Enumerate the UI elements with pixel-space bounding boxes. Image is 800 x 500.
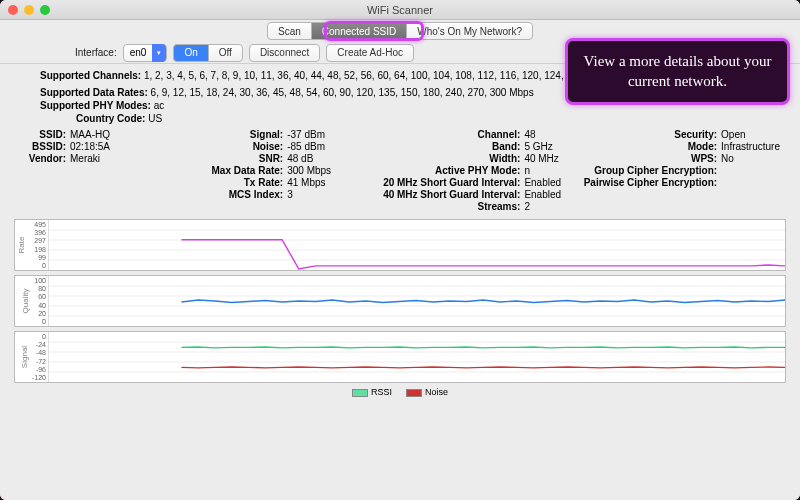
- interface-label: Interface:: [75, 47, 117, 58]
- details-col-ssid: SSID:MAA-HQ BSSID:02:18:5A Vendor:Meraki: [20, 128, 192, 213]
- tab-whos-on-network[interactable]: Who's On My Network?: [406, 22, 533, 40]
- chevron-updown-icon: ▾: [152, 44, 166, 62]
- create-adhoc-button[interactable]: Create Ad-Hoc: [326, 44, 414, 62]
- chart-legend: RSSI Noise: [14, 387, 786, 397]
- signal-plot: [49, 332, 785, 382]
- country-code-row: Country Code: US: [14, 113, 786, 124]
- tab-scan[interactable]: Scan: [267, 22, 312, 40]
- chart-signal: Signal 0-24-48-72-96-120: [14, 331, 786, 383]
- quality-plot: [49, 276, 785, 326]
- details-col-channel: Channel:48 Band:5 GHz Width:40 MHz Activ…: [364, 128, 561, 213]
- details-grid: SSID:MAA-HQ BSSID:02:18:5A Vendor:Meraki…: [14, 128, 786, 213]
- interface-value: en0: [130, 47, 147, 58]
- details-col-signal: Signal:-37 dBm Noise:-85 dBm SNR:48 dB M…: [192, 128, 364, 213]
- legend-noise: Noise: [406, 387, 448, 397]
- rate-plot: [49, 220, 785, 270]
- titlebar: WiFi Scanner: [0, 0, 800, 20]
- tab-connected-ssid[interactable]: Connected SSID: [311, 22, 408, 40]
- charts-area: Rate 495396297198990 Quality 10080604020…: [14, 219, 786, 397]
- content-pane: Supported Channels: 1, 2, 3, 4, 5, 6, 7,…: [0, 64, 800, 500]
- window-title: WiFi Scanner: [0, 4, 800, 16]
- disconnect-button[interactable]: Disconnect: [249, 44, 320, 62]
- power-toggle: On Off: [173, 44, 243, 62]
- chart-quality: Quality 100806040200: [14, 275, 786, 327]
- legend-rssi: RSSI: [352, 387, 392, 397]
- power-on-button[interactable]: On: [173, 44, 208, 62]
- callout-tooltip: View a more details about your current n…: [565, 38, 790, 105]
- details-col-security: Security:Open Mode:Infrastructure WPS:No…: [561, 128, 780, 213]
- interface-select[interactable]: en0 ▾: [123, 44, 168, 62]
- power-off-button[interactable]: Off: [208, 44, 243, 62]
- chart-rate: Rate 495396297198990: [14, 219, 786, 271]
